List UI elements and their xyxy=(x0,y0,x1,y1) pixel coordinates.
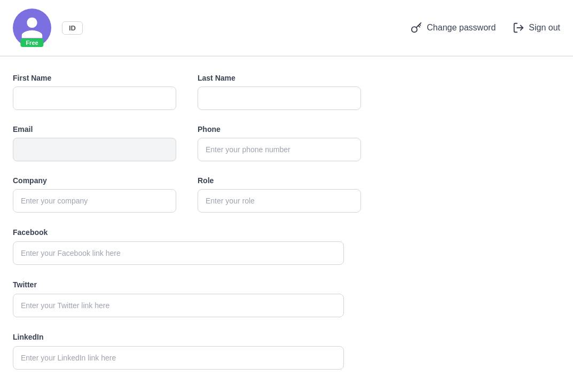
facebook-input[interactable] xyxy=(13,241,344,265)
first-name-label: First Name xyxy=(13,74,176,82)
change-password-button[interactable]: Change password xyxy=(411,22,496,34)
last-name-group: Last Name xyxy=(198,74,361,110)
role-input[interactable] xyxy=(198,189,361,213)
phone-input[interactable] xyxy=(198,138,361,161)
first-name-group: First Name xyxy=(13,74,176,110)
company-label: Company xyxy=(13,176,176,185)
last-name-label: Last Name xyxy=(198,74,361,82)
facebook-label: Facebook xyxy=(13,228,48,237)
linkedin-group: LinkedIn xyxy=(13,332,361,370)
phone-group: Phone xyxy=(198,125,361,161)
role-group: Role xyxy=(198,176,361,213)
company-group: Company xyxy=(13,176,176,213)
twitter-input[interactable] xyxy=(13,294,344,317)
email-phone-row: Email Phone xyxy=(13,125,361,161)
facebook-group: Facebook xyxy=(13,228,361,265)
header: Free ID Change password Sign out xyxy=(0,0,573,56)
free-badge: Free xyxy=(20,38,43,47)
sign-out-icon xyxy=(513,22,524,34)
profile-form: First Name Last Name Email Phone Company… xyxy=(0,57,374,392)
header-actions: Change password Sign out xyxy=(411,22,560,34)
id-badge: ID xyxy=(62,21,83,35)
email-input[interactable] xyxy=(13,138,176,161)
company-input[interactable] xyxy=(13,189,176,213)
change-password-label: Change password xyxy=(427,23,496,33)
company-role-row: Company Role xyxy=(13,176,361,213)
email-group: Email xyxy=(13,125,176,161)
user-icon xyxy=(19,15,45,41)
avatar-container: Free xyxy=(13,9,51,47)
key-icon xyxy=(411,22,422,34)
name-row: First Name Last Name xyxy=(13,74,361,110)
linkedin-input[interactable] xyxy=(13,346,344,370)
sign-out-button[interactable]: Sign out xyxy=(513,22,560,34)
last-name-input[interactable] xyxy=(198,87,361,110)
role-label: Role xyxy=(198,176,361,185)
sign-out-label: Sign out xyxy=(529,23,560,33)
twitter-group: Twitter xyxy=(13,280,361,317)
email-label: Email xyxy=(13,125,176,134)
phone-label: Phone xyxy=(198,125,361,134)
linkedin-label: LinkedIn xyxy=(13,333,44,341)
first-name-input[interactable] xyxy=(13,87,176,110)
twitter-label: Twitter xyxy=(13,280,37,289)
